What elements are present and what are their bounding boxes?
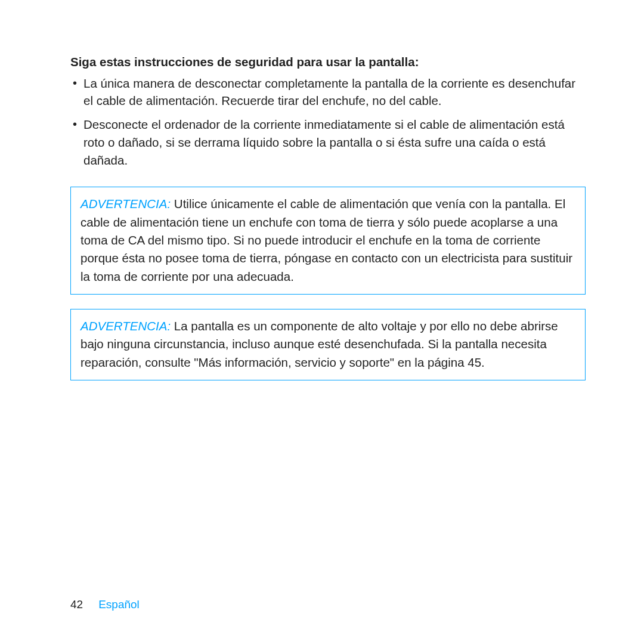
warning-box: ADVERTENCIA: La pantalla es un component…: [70, 309, 586, 380]
section-heading: Siga estas instrucciones de seguridad pa…: [70, 54, 586, 71]
language-label: Español: [98, 598, 140, 611]
bullet-item: Desconecte el ordenador de la corriente …: [70, 116, 586, 169]
bullet-list: La única manera de desconectar completam…: [70, 75, 586, 169]
page-footer: 42Español: [70, 598, 140, 611]
warning-label: ADVERTENCIA:: [80, 197, 171, 210]
bullet-item: La única manera de desconectar completam…: [70, 75, 586, 110]
page-number: 42: [70, 598, 83, 611]
warning-box: ADVERTENCIA: Utilice únicamente el cable…: [70, 187, 586, 295]
warning-label: ADVERTENCIA:: [80, 319, 171, 333]
